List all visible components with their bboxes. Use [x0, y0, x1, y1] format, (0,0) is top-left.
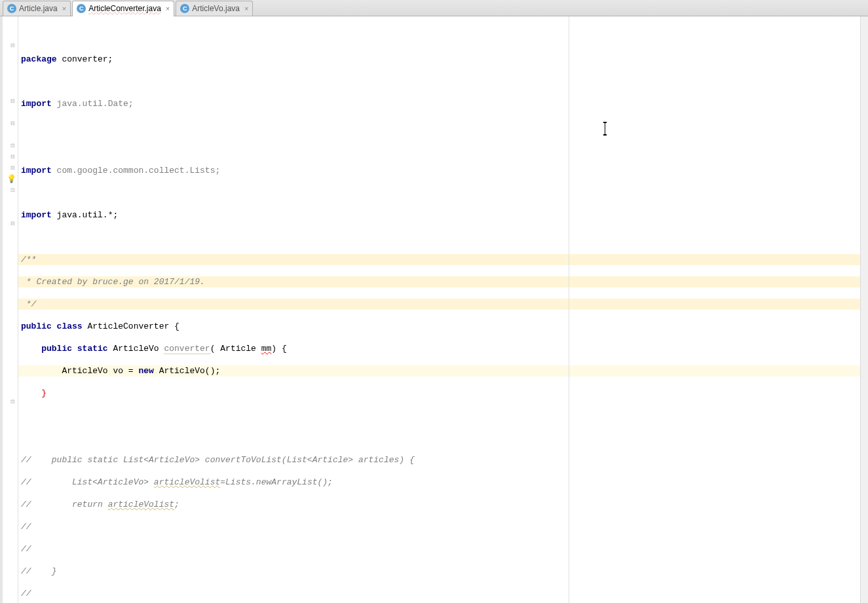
code-comment: /** — [21, 255, 36, 265]
code-comment: // public static List<ArticleVo> convert… — [21, 455, 415, 465]
code-comment: ; — [174, 500, 179, 509]
code-text: } — [21, 388, 47, 398]
java-class-icon: C — [77, 4, 86, 13]
code-comment: articleVolist — [154, 477, 220, 487]
fold-icon[interactable]: ⊟ — [10, 165, 16, 171]
tab-label: ArticleVo.java — [192, 4, 240, 13]
intention-bulb-icon[interactable]: 💡 — [7, 174, 16, 183]
close-icon[interactable]: × — [244, 5, 248, 12]
code-comment: articleVolist — [108, 500, 174, 509]
code-text: converter — [164, 344, 210, 354]
fold-icon[interactable]: ⊡ — [10, 399, 16, 405]
tab-article-java[interactable]: C Article.java × — [3, 1, 71, 16]
code-text: converter; — [57, 54, 113, 64]
code-text: ( Article — [210, 344, 261, 354]
fold-icon[interactable]: ⊟ — [10, 98, 16, 104]
fold-icon[interactable]: ⊡ — [10, 187, 16, 193]
right-margin-guide — [569, 16, 569, 603]
code-text: ArticleVo(); — [154, 366, 220, 376]
tab-label: ArticleConverter.java — [88, 4, 161, 13]
tab-articlevo-java[interactable]: C ArticleVo.java × — [176, 1, 253, 16]
tab-label: Article.java — [19, 4, 58, 13]
fold-icon[interactable]: ⊡ — [10, 143, 16, 149]
code-comment: // — [21, 589, 31, 598]
code-comment: // — [21, 544, 31, 554]
editor-tab-bar: C Article.java × C ArticleConverter.java… — [0, 0, 868, 16]
code-text: ArticleConverter { — [83, 321, 179, 331]
code-text: package — [21, 54, 57, 64]
code-text: com.google.common.collect.Lists; — [52, 166, 220, 175]
error-stripe[interactable] — [860, 16, 868, 603]
code-text: ArticleVo — [108, 344, 164, 354]
fold-icon[interactable]: ⊟ — [10, 43, 16, 48]
code-comment: // List<ArticleVo> — [21, 477, 154, 487]
code-comment: // } — [21, 566, 57, 576]
code-text: import — [21, 99, 52, 109]
code-comment: */ — [21, 299, 36, 309]
code-comment: // return — [21, 500, 108, 509]
code-editor[interactable]: package converter; import java.util.Date… — [18, 16, 860, 603]
java-class-icon: C — [7, 4, 16, 13]
code-text: public class — [21, 321, 83, 331]
fold-icon[interactable]: ⊟ — [10, 154, 16, 160]
java-class-icon: C — [180, 4, 189, 13]
code-text: ArticleVo vo = — [21, 366, 138, 376]
code-text: public static — [21, 344, 108, 354]
code-text: mm — [261, 344, 272, 354]
code-comment: // — [21, 522, 31, 532]
editor-area: ⊟ ⊟ ⊟ ⊡ ⊟ ⊟ 💡 ⊡ ⊟ ⊡ package converter; i… — [0, 16, 868, 603]
editor-gutter[interactable]: ⊟ ⊟ ⊟ ⊡ ⊟ ⊟ 💡 ⊡ ⊟ ⊡ — [3, 16, 18, 603]
tab-articleconverter-java[interactable]: C ArticleConverter.java × — [72, 1, 174, 16]
code-text: ) { — [271, 344, 286, 354]
close-icon[interactable]: × — [166, 5, 170, 12]
code-text: new — [138, 366, 153, 376]
code-text: import — [21, 210, 52, 220]
code-comment: * Created by bruce.ge on 2017/1/19. — [21, 277, 205, 287]
code-text: import — [21, 166, 52, 175]
code-text: java.util.Date; — [52, 99, 134, 109]
code-comment: =Lists.newArrayList(); — [220, 477, 333, 487]
fold-icon[interactable]: ⊟ — [10, 120, 16, 126]
close-icon[interactable]: × — [62, 5, 66, 12]
fold-icon[interactable]: ⊟ — [10, 221, 16, 227]
code-text: java.util.*; — [52, 210, 118, 220]
text-cursor-icon — [605, 123, 605, 134]
